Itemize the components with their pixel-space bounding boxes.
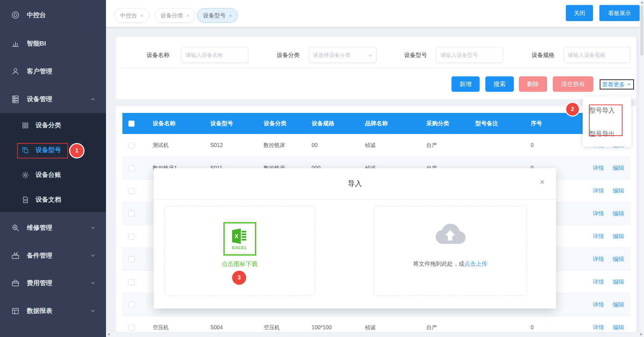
download-hint-link[interactable]: 点击图标下载	[165, 260, 315, 268]
row-checkbox[interactable]	[128, 142, 135, 148]
add-button[interactable]: 新增	[451, 76, 480, 92]
tab-device-category[interactable]: 设备分类 ×	[155, 8, 195, 23]
scroll-left-icon[interactable]	[108, 333, 110, 336]
upload-cloud-icon	[434, 220, 466, 247]
scroll-up-icon[interactable]	[641, 1, 643, 3]
edit-link[interactable]: 编辑	[613, 157, 624, 179]
sidebar-item-label: 设备分类	[36, 121, 61, 130]
sidebar-item-device-model[interactable]: 设备型号	[0, 138, 106, 162]
view-more-dropdown: 型号导入 型号导出	[583, 96, 631, 147]
filter-label-device-category: 设备分类	[277, 52, 300, 59]
click-upload-link[interactable]: 点击上传	[465, 261, 487, 267]
chevron-down-icon	[367, 53, 373, 59]
row-checkbox[interactable]	[128, 256, 135, 262]
cell-model: S012	[210, 134, 223, 156]
sidebar-item-repair[interactable]: 维修管理	[0, 214, 106, 242]
device-spec-input[interactable]	[564, 48, 631, 63]
edit-link[interactable]: 编辑	[613, 180, 624, 202]
file-drop-zone[interactable]: 将文件拖到此处，或点击上传	[374, 206, 527, 295]
sidebar-item-customers[interactable]: 客户管理	[0, 58, 106, 85]
scrollbar-thumb[interactable]	[640, 5, 643, 56]
row-checkbox[interactable]	[128, 325, 135, 331]
copy-icon	[21, 146, 29, 154]
clear-all-button[interactable]: 清空所有	[553, 76, 593, 92]
chevron-up-icon	[626, 82, 632, 87]
edit-link[interactable]: 编辑	[613, 225, 624, 248]
filter-label-device-spec: 设备规格	[532, 52, 554, 59]
device-name-input[interactable]	[181, 48, 248, 63]
row-checkbox[interactable]	[128, 211, 135, 217]
column-header: 设备名称	[153, 113, 175, 134]
sidebar-item-device-ledger[interactable]: 设备台账	[0, 162, 106, 187]
sidebar: 中控台 智能BI 客户管理 设备管理	[0, 0, 106, 337]
vertical-scrollbar[interactable]	[640, 0, 644, 332]
row-checkbox[interactable]	[128, 279, 135, 285]
filter-label-device-name: 设备名称	[147, 52, 169, 59]
horizontal-scrollbar[interactable]	[106, 332, 644, 337]
sidebar-item-console[interactable]: 中控台	[0, 1, 106, 29]
menu-item-model-export[interactable]: 型号导出	[589, 127, 615, 141]
edit-link[interactable]: 编辑	[613, 248, 624, 270]
tab-label: 设备型号	[203, 12, 226, 19]
modal-close-icon[interactable]: ×	[540, 178, 545, 186]
excel-download-icon[interactable]: X EXCEL	[223, 222, 256, 256]
row-checkbox[interactable]	[128, 165, 135, 171]
device-model-input[interactable]	[436, 48, 503, 63]
sidebar-item-spare-parts[interactable]: 备件管理	[0, 242, 106, 269]
close-icon[interactable]: ×	[186, 13, 190, 18]
tab-device-model[interactable]: 设备型号 ×	[197, 8, 238, 23]
close-icon[interactable]: ×	[229, 13, 232, 18]
detail-link[interactable]: 详情	[593, 293, 604, 316]
close-icon[interactable]: ×	[141, 13, 144, 18]
view-more-button[interactable]: 查看更多	[600, 79, 634, 89]
row-checkbox[interactable]	[128, 233, 135, 240]
sidebar-item-device-category[interactable]: 设备分类	[0, 113, 106, 138]
sidebar-item-reports[interactable]: 数据报表	[0, 297, 106, 325]
sidebar-item-bi[interactable]: 智能BI	[0, 30, 106, 57]
detail-link[interactable]: 详情	[593, 248, 604, 270]
menu-item-model-import[interactable]: 型号导入	[589, 104, 615, 117]
document-icon	[21, 196, 29, 204]
detail-link[interactable]: 详情	[593, 271, 604, 293]
detail-link[interactable]: 详情	[593, 316, 604, 332]
chevron-down-icon[interactable]	[90, 225, 96, 231]
device-category-select[interactable]: 请选择设备分类	[309, 48, 376, 63]
chevron-down-icon[interactable]	[90, 308, 96, 314]
svg-text:X: X	[234, 233, 238, 240]
scroll-right-icon[interactable]	[640, 333, 642, 336]
edit-link[interactable]: 编辑	[613, 316, 624, 332]
cell-brand: 桢诚	[365, 134, 376, 156]
cell-brand: 桢诚	[365, 316, 376, 332]
search-button[interactable]: 搜索	[485, 76, 514, 92]
detail-link[interactable]: 详情	[593, 157, 604, 179]
view-more-label: 查看更多	[602, 81, 625, 88]
tab-console[interactable]: 中控台 ×	[114, 8, 149, 23]
detail-link[interactable]: 详情	[593, 202, 604, 225]
detail-link[interactable]: 详情	[593, 180, 604, 202]
board-display-button[interactable]: 看板展示	[599, 5, 640, 21]
row-checkbox[interactable]	[128, 188, 135, 194]
select-all-checkbox[interactable]	[128, 121, 135, 127]
sidebar-item-device-docs[interactable]: 设备文档	[0, 187, 106, 212]
cell-spec: 00	[312, 134, 318, 156]
edit-link[interactable]: 编辑	[613, 293, 624, 316]
chevron-down-icon[interactable]	[90, 280, 96, 286]
sidebar-item-expenses[interactable]: 费用管理	[0, 269, 106, 297]
sidebar-item-devices[interactable]: 设备管理	[0, 85, 106, 113]
modal-title: 导入	[154, 179, 556, 188]
row-checkbox[interactable]	[128, 302, 135, 308]
column-header: 型号备注	[475, 113, 498, 134]
edit-link[interactable]: 编辑	[613, 202, 624, 225]
cell-name: 空压机	[153, 316, 169, 332]
tab-label: 中控台	[120, 12, 137, 19]
close-page-button[interactable]: 关闭	[566, 5, 593, 21]
cell-seq: 0	[531, 316, 534, 332]
delete-button[interactable]: 删除	[519, 76, 547, 92]
cell-model: S004	[210, 316, 223, 332]
detail-link[interactable]: 详情	[593, 225, 604, 248]
column-header: 设备分类	[264, 113, 286, 134]
chevron-up-icon[interactable]	[90, 96, 96, 102]
edit-link[interactable]: 编辑	[613, 271, 624, 293]
chevron-down-icon[interactable]	[90, 253, 96, 259]
spare-parts-icon	[11, 251, 20, 260]
